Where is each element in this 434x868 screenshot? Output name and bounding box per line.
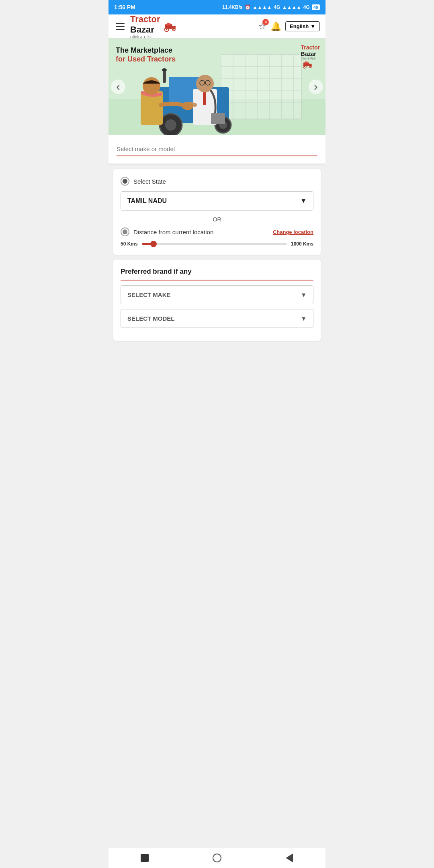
favorites-button[interactable]: ☆ 0	[258, 21, 266, 32]
status-bar: 1:56 PM 11.4KB/s ⏰ ▲▲▲▲ 4G ▲▲▲▲ 4G 49	[108, 0, 326, 14]
hero-logo: Tractor Bazar Click & Pick	[301, 44, 320, 70]
hero-banner: The Marketplace for Used Tractors Tracto…	[108, 39, 326, 135]
model-dropdown-arrow: ▼	[301, 315, 307, 322]
make-dropdown-arrow: ▼	[301, 291, 307, 298]
hero-text: The Marketplace for Used Tractors	[116, 46, 176, 63]
status-icons: 11.4KB/s ⏰ ▲▲▲▲ 4G ▲▲▲▲ 4G 49	[222, 4, 320, 10]
or-divider: OR	[121, 216, 313, 223]
hamburger-menu[interactable]	[114, 21, 126, 32]
logo-tagline: Click & Pick	[130, 35, 152, 39]
hero-title-line1: The Marketplace	[116, 46, 176, 55]
distance-label: Distance from current location	[133, 229, 269, 235]
model-dropdown[interactable]: SELECT MODEL ▼	[121, 309, 313, 328]
state-dropdown[interactable]: TAMIL NADU ▼	[121, 191, 313, 211]
notifications-button[interactable]: 🔔	[270, 21, 281, 32]
state-radio-label: Select State	[133, 178, 166, 185]
network-speed: 11.4KB/s	[222, 4, 243, 10]
model-placeholder: SELECT MODEL	[127, 315, 175, 322]
next-slide-button[interactable]: ›	[309, 80, 323, 94]
svg-point-30	[165, 119, 176, 131]
svg-point-34	[162, 68, 167, 72]
svg-rect-33	[163, 71, 166, 83]
location-section: Select State TAMIL NADU ▼ OR Distance fr…	[113, 169, 321, 255]
language-selector[interactable]: English ▼	[285, 21, 320, 31]
make-placeholder: SELECT MAKE	[127, 291, 171, 298]
logo: Tractor Bazar Click & Pick	[130, 14, 160, 39]
make-dropdown[interactable]: SELECT MAKE ▼	[121, 285, 313, 304]
dropdown-arrow: ▼	[310, 23, 315, 29]
distance-slider-row: 50 Kms 1000 Kms	[121, 241, 313, 247]
signal-icon-2: ▲▲▲▲	[282, 4, 301, 10]
slider-max-label: 1000 Kms	[291, 241, 313, 247]
prev-slide-button[interactable]: ‹	[111, 80, 125, 94]
hero-logo-tagline: Click & Pick	[301, 57, 316, 60]
svg-point-36	[143, 77, 160, 95]
search-section	[108, 135, 326, 164]
brand-title: Preferred brand if any	[121, 268, 313, 280]
header: Tractor Bazar Click & Pick ☆ 0 🔔 English…	[108, 14, 326, 39]
svg-point-10	[304, 66, 305, 68]
svg-point-3	[166, 29, 167, 30]
svg-rect-13	[305, 61, 307, 63]
status-time: 1:56 PM	[114, 4, 135, 10]
logo-area[interactable]: Tractor Bazar Click & Pick	[130, 14, 254, 39]
svg-point-44	[182, 102, 193, 110]
distance-slider[interactable]	[142, 243, 287, 245]
dropdown-chevron: ▼	[300, 197, 307, 205]
network-type-2: 4G	[303, 4, 310, 10]
change-location-link[interactable]: Change location	[273, 229, 313, 235]
battery-icon: 49	[312, 4, 320, 10]
favorites-badge: 0	[262, 19, 269, 25]
hero-title-line2: for Used Tractors	[116, 55, 176, 63]
state-radio-button[interactable]	[121, 177, 129, 186]
slider-thumb[interactable]	[150, 241, 157, 247]
state-radio-row[interactable]: Select State	[121, 177, 313, 186]
tractor-logo-icon	[162, 21, 177, 32]
state-value: TAMIL NADU	[127, 197, 167, 205]
hero-logo-bazar: Bazar	[301, 51, 316, 57]
svg-rect-6	[167, 23, 170, 25]
distance-radio-button[interactable]	[121, 227, 129, 236]
logo-tractor: Tractor	[130, 14, 160, 25]
svg-rect-43	[211, 113, 225, 124]
search-input[interactable]	[117, 142, 317, 156]
hero-logo-tractor: Tractor	[301, 44, 320, 51]
svg-point-12	[310, 66, 311, 67]
hero-tractor-icon	[301, 60, 313, 69]
alarm-icon: ⏰	[245, 4, 251, 10]
logo-bazar: Bazar	[130, 25, 154, 35]
svg-point-5	[173, 29, 174, 30]
header-actions: ☆ 0 🔔 English ▼	[258, 21, 320, 32]
signal-icon: ▲▲▲▲	[253, 4, 272, 10]
slider-min-label: 50 Kms	[121, 241, 138, 247]
svg-point-39	[196, 75, 214, 92]
distance-radio-inner	[123, 229, 127, 234]
language-label: English	[290, 23, 309, 29]
brand-section: Preferred brand if any SELECT MAKE ▼ SEL…	[113, 260, 321, 341]
network-type-1: 4G	[274, 4, 280, 10]
state-radio-inner	[123, 179, 127, 184]
distance-row: Distance from current location Change lo…	[121, 227, 313, 236]
